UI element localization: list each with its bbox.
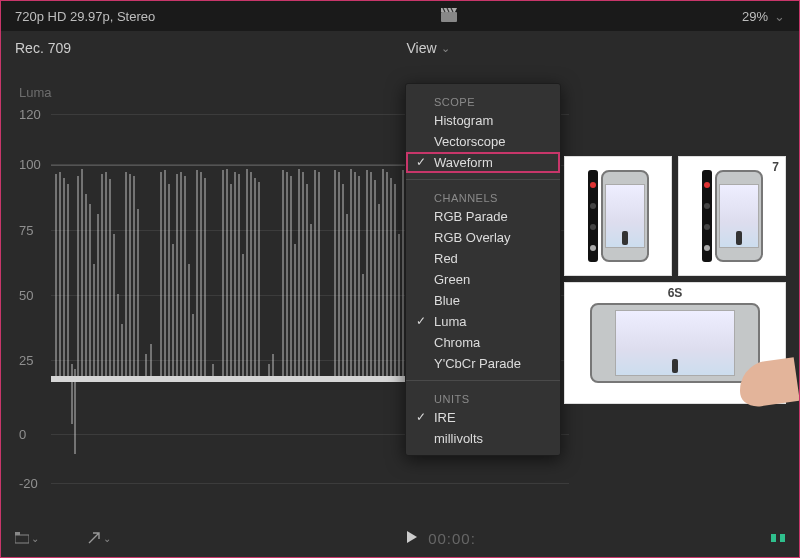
menu-header-channels: CHANNELS xyxy=(406,186,560,206)
zoom-value: 29% xyxy=(742,9,768,24)
menu-item-green[interactable]: Green xyxy=(406,269,560,290)
view-menu: SCOPE Histogram Vectorscope ✓ Waveform C… xyxy=(405,83,561,456)
phone-icon xyxy=(601,170,649,262)
camera-ui-icon xyxy=(702,170,712,262)
menu-item-label: Green xyxy=(434,272,470,287)
chevron-down-icon: ⌄ xyxy=(31,533,39,544)
phone-icon xyxy=(590,303,760,383)
menu-item-label: Histogram xyxy=(434,113,493,128)
camera-ui-icon xyxy=(588,170,598,262)
thumbnail[interactable]: 7 xyxy=(678,156,786,276)
check-icon: ✓ xyxy=(416,155,426,169)
secondbar: Rec. 709 View ⌄ xyxy=(1,31,799,65)
axis-tick-100: 100 xyxy=(19,157,41,172)
audio-meter-icon[interactable] xyxy=(771,534,785,542)
menu-separator xyxy=(406,380,560,381)
check-icon: ✓ xyxy=(416,410,426,424)
menu-item-millivolts[interactable]: millivolts xyxy=(406,428,560,449)
menu-item-chroma[interactable]: Chroma xyxy=(406,332,560,353)
check-icon: ✓ xyxy=(416,314,426,328)
menu-item-rgb-parade[interactable]: RGB Parade xyxy=(406,206,560,227)
menu-item-label: Chroma xyxy=(434,335,480,350)
menu-item-vectorscope[interactable]: Vectorscope xyxy=(406,131,560,152)
axis-tick-75: 75 xyxy=(19,223,33,238)
svg-rect-88 xyxy=(15,535,29,543)
axis-tick-50: 50 xyxy=(19,288,33,303)
menu-item-label: Red xyxy=(434,251,458,266)
menu-item-label: RGB Overlay xyxy=(434,230,511,245)
bottombar: ⌄ ⌄ 00:00: xyxy=(1,519,799,557)
scope-channel-label: Luma xyxy=(19,85,52,100)
play-button[interactable] xyxy=(406,530,418,547)
menu-item-rgb-overlay[interactable]: RGB Overlay xyxy=(406,227,560,248)
thumbnail[interactable] xyxy=(564,156,672,276)
thumbnail-label: 7 xyxy=(772,160,779,174)
app-frame: 720p HD 29.97p, Stereo 29% ⌄ Rec. 709 Vi… xyxy=(0,0,800,558)
phone-icon xyxy=(715,170,763,262)
axis-tick-n20: -20 xyxy=(19,476,38,491)
thumbnail[interactable]: 6S xyxy=(564,282,786,404)
menu-item-ire[interactable]: ✓IRE xyxy=(406,407,560,428)
menu-item-label: Luma xyxy=(434,314,467,329)
menu-header-scope: SCOPE xyxy=(406,90,560,110)
topbar: 720p HD 29.97p, Stereo 29% ⌄ xyxy=(1,1,799,31)
svg-rect-3 xyxy=(51,376,431,382)
menu-item-waveform[interactable]: ✓ Waveform xyxy=(406,152,560,173)
chevron-down-icon: ⌄ xyxy=(774,9,785,24)
menu-item-ycbcr[interactable]: Y'CbCr Parade xyxy=(406,353,560,374)
thumbnail-label: 6S xyxy=(668,286,683,300)
svg-rect-0 xyxy=(441,12,457,22)
menu-separator xyxy=(406,179,560,180)
menu-item-histogram[interactable]: Histogram xyxy=(406,110,560,131)
clapperboard-icon[interactable] xyxy=(441,8,457,25)
view-label: View xyxy=(406,40,436,56)
menu-item-label: millivolts xyxy=(434,431,483,446)
format-label: 720p HD 29.97p, Stereo xyxy=(15,9,155,24)
chevron-down-icon: ⌄ xyxy=(441,42,450,55)
menu-item-label: Blue xyxy=(434,293,460,308)
menu-item-luma[interactable]: ✓Luma xyxy=(406,311,560,332)
chevron-down-icon: ⌄ xyxy=(103,533,111,544)
clip-appearance-button[interactable]: ⌄ xyxy=(15,532,39,544)
zoom-level[interactable]: 29% ⌄ xyxy=(742,9,785,24)
menu-item-label: IRE xyxy=(434,410,456,425)
menu-item-label: Waveform xyxy=(434,155,493,170)
clip-thumbnails: 7 6S xyxy=(564,156,789,404)
menu-item-label: RGB Parade xyxy=(434,209,508,224)
menu-header-units: UNITS xyxy=(406,387,560,407)
view-menu-button[interactable]: View ⌄ xyxy=(406,40,449,56)
tools-button[interactable]: ⌄ xyxy=(87,531,111,545)
menu-item-red[interactable]: Red xyxy=(406,248,560,269)
waveform-scope xyxy=(51,114,431,454)
axis-tick-120: 120 xyxy=(19,107,41,122)
menu-item-label: Vectorscope xyxy=(434,134,506,149)
axis-tick-0: 0 xyxy=(19,427,26,442)
svg-rect-89 xyxy=(15,532,20,535)
menu-item-blue[interactable]: Blue xyxy=(406,290,560,311)
menu-item-label: Y'CbCr Parade xyxy=(434,356,521,371)
color-space-label: Rec. 709 xyxy=(15,40,71,56)
timecode[interactable]: 00:00: xyxy=(428,530,476,547)
gridline xyxy=(51,483,569,484)
axis-tick-25: 25 xyxy=(19,353,33,368)
